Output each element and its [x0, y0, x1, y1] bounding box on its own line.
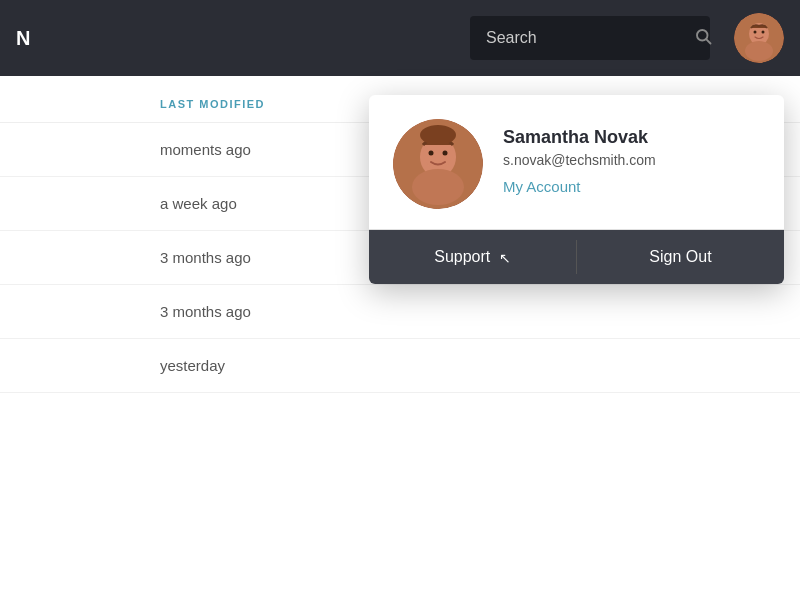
search-bar[interactable] [470, 16, 710, 60]
support-button[interactable]: Support ↖ [369, 230, 576, 284]
cursor-icon: ↖ [499, 250, 511, 266]
my-account-link[interactable]: My Account [503, 178, 581, 195]
avatar-button[interactable] [734, 13, 784, 63]
svg-point-13 [443, 151, 448, 156]
user-name: Samantha Novak [503, 127, 760, 148]
dropdown-avatar [393, 119, 483, 209]
search-icon [694, 27, 712, 50]
dropdown-top: Samantha Novak s.novak@techsmith.com My … [369, 95, 784, 229]
svg-line-1 [706, 39, 710, 43]
user-email: s.novak@techsmith.com [503, 152, 760, 168]
navbar: N [0, 0, 800, 76]
table-row: 3 months ago [0, 285, 800, 339]
svg-point-14 [420, 125, 456, 145]
table-row: yesterday [0, 339, 800, 393]
svg-point-7 [762, 31, 765, 34]
svg-point-6 [754, 31, 757, 34]
svg-point-10 [412, 169, 464, 205]
dropdown-avatar-image [393, 119, 483, 209]
svg-point-4 [745, 41, 773, 61]
sign-out-button[interactable]: Sign Out [577, 230, 784, 284]
last-modified-column-header: LAST MODIFIED [160, 98, 265, 110]
search-input[interactable] [486, 29, 686, 47]
avatar [734, 13, 784, 63]
user-dropdown-panel: Samantha Novak s.novak@techsmith.com My … [369, 95, 784, 284]
svg-point-12 [429, 151, 434, 156]
nav-brand: N [16, 27, 31, 50]
user-info: Samantha Novak s.novak@techsmith.com My … [503, 119, 760, 196]
dropdown-bottom: Support ↖ Sign Out [369, 229, 784, 284]
